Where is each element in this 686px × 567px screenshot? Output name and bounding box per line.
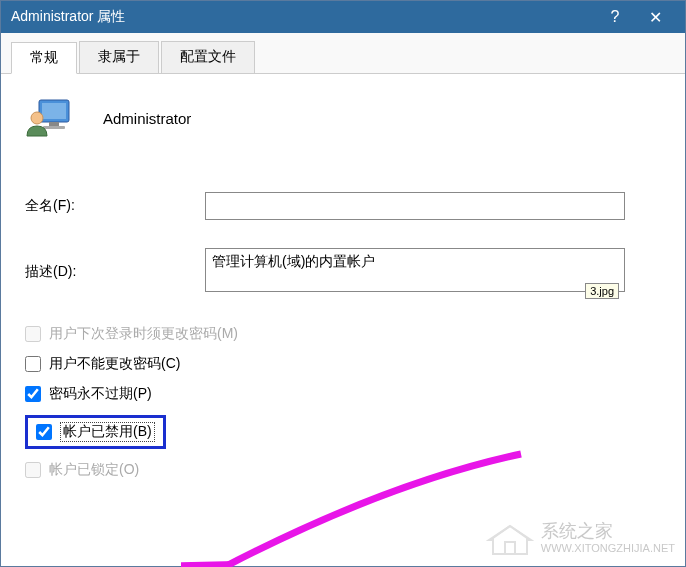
close-button[interactable]: ✕ (635, 8, 675, 27)
checkbox-group: 用户下次登录时须更改密码(M) 用户不能更改密码(C) 密码永不过期(P) 帐户… (25, 325, 661, 479)
help-button[interactable]: ? (595, 8, 635, 26)
checkbox-must-change-password-input (25, 326, 41, 342)
fullname-label: 全名(F): (25, 197, 205, 215)
svg-rect-5 (505, 542, 515, 554)
watermark-url: WWW.XITONGZHIJIA.NET (541, 542, 675, 555)
watermark-name: 系统之家 (541, 521, 675, 543)
description-label: 描述(D): (25, 263, 205, 281)
tab-member-of[interactable]: 隶属于 (79, 41, 159, 73)
tab-general[interactable]: 常规 (11, 42, 77, 74)
svg-rect-2 (49, 122, 59, 126)
checkbox-account-locked: 帐户已锁定(O) (25, 461, 661, 479)
checkbox-account-locked-input (25, 462, 41, 478)
checkbox-account-disabled-input[interactable] (36, 424, 52, 440)
highlight-account-disabled: 帐户已禁用(B) (25, 415, 166, 449)
checkbox-cannot-change-password[interactable]: 用户不能更改密码(C) (25, 355, 661, 373)
checkbox-must-change-password-label: 用户下次登录时须更改密码(M) (49, 325, 238, 343)
svg-point-4 (31, 112, 43, 124)
jpg-tooltip: 3.jpg (585, 283, 619, 299)
checkbox-password-never-expires-input[interactable] (25, 386, 41, 402)
checkbox-password-never-expires-label: 密码永不过期(P) (49, 385, 152, 403)
properties-window: Administrator 属性 ? ✕ 常规 隶属于 配置文件 Adminis… (0, 0, 686, 567)
checkbox-cannot-change-password-input[interactable] (25, 356, 41, 372)
checkbox-must-change-password: 用户下次登录时须更改密码(M) (25, 325, 661, 343)
description-row: 描述(D): 管理计算机(域)的内置帐户 3.jpg (25, 248, 661, 295)
checkbox-account-locked-label: 帐户已锁定(O) (49, 461, 139, 479)
tab-strip: 常规 隶属于 配置文件 (1, 33, 685, 74)
fullname-row: 全名(F): (25, 192, 661, 220)
description-input[interactable]: 管理计算机(域)的内置帐户 (205, 248, 625, 292)
checkbox-account-disabled-row: 帐户已禁用(B) (25, 415, 661, 449)
user-header: Administrator (25, 94, 661, 142)
checkbox-password-never-expires[interactable]: 密码永不过期(P) (25, 385, 661, 403)
watermark-logo-icon (485, 518, 535, 558)
titlebar: Administrator 属性 ? ✕ (1, 1, 685, 33)
svg-rect-1 (42, 103, 66, 119)
user-name-label: Administrator (103, 110, 191, 127)
checkbox-cannot-change-password-label: 用户不能更改密码(C) (49, 355, 180, 373)
watermark: 系统之家 WWW.XITONGZHIJIA.NET (485, 518, 675, 558)
content-panel: Administrator 全名(F): 描述(D): 管理计算机(域)的内置帐… (1, 74, 685, 566)
checkbox-account-disabled-label: 帐户已禁用(B) (60, 422, 155, 442)
window-title: Administrator 属性 (11, 8, 595, 26)
svg-rect-3 (43, 126, 65, 129)
user-monitor-icon (25, 94, 73, 142)
fullname-input[interactable] (205, 192, 625, 220)
tab-profile[interactable]: 配置文件 (161, 41, 255, 73)
